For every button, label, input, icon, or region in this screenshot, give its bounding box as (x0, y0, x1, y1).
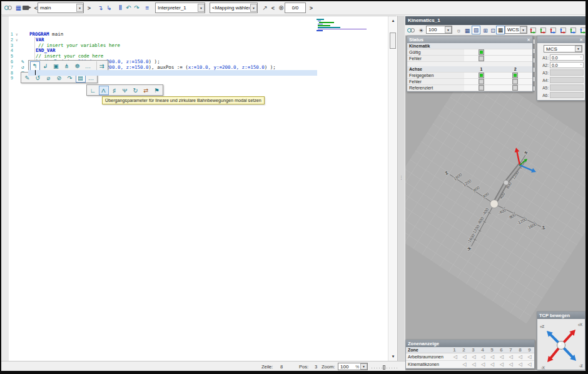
view-xz[interactable] (549, 26, 557, 34)
axis-panel-titlebar[interactable]: ✕ (537, 36, 585, 43)
axis-value-field[interactable]: 0.0° (550, 62, 584, 68)
chevron-down-icon[interactable]: ▼ (360, 363, 367, 370)
grid-toggle-icon[interactable]: ▦ (496, 26, 505, 34)
step-return-icon[interactable]: ↷ (132, 3, 141, 13)
scrollbar-thumb[interactable] (390, 33, 396, 49)
code-minimap[interactable] (317, 19, 374, 32)
gear-icon[interactable]: ☸ (73, 61, 83, 71)
chevron-down-icon[interactable]: ▼ (198, 4, 205, 12)
zone-toggle-icon[interactable]: ◁ (460, 361, 469, 367)
joint-icon[interactable]: ⋔ (62, 61, 72, 71)
axis-value-field[interactable]: 0.0° (550, 54, 584, 61)
zone-toggle-icon[interactable]: ◁ (479, 354, 488, 360)
zone-toggle-icon[interactable]: ◁ (469, 361, 479, 367)
chevron-down-icon[interactable]: ▼ (445, 26, 452, 33)
zoom-select[interactable]: 100 ▼ (426, 26, 452, 34)
zone-toggle-icon[interactable]: ◁ (497, 361, 507, 367)
camera-icon[interactable] (23, 3, 29, 13)
tcp-panel-titlebar[interactable]: TCP bewegen (537, 312, 585, 319)
zone-toggle-icon[interactable]: ◁ (515, 361, 525, 367)
fold-toggle-icon[interactable]: ∨ (16, 37, 18, 43)
tcp-jog-control[interactable]: +X+Z-X-Z (537, 319, 585, 370)
editor-vertical-scrollbar[interactable]: ▲ ▼ (388, 16, 397, 361)
mapping-select[interactable]: <Mapping wählen> ▼ (210, 3, 258, 13)
status-panel-titlebar[interactable]: Status ✕ (407, 36, 532, 43)
zone-toggle-icon[interactable]: ◁ (515, 354, 525, 360)
scroll-up-icon[interactable]: ▲ (388, 17, 398, 25)
coordinate-system-select[interactable]: WCS ▼ (505, 26, 527, 34)
program-select[interactable]: main ▼ (38, 3, 84, 13)
zone-toggle-icon[interactable]: ◁ (506, 361, 515, 367)
zoom-select[interactable]: 100 % ▼ (338, 363, 368, 370)
code-line[interactable]: 5// insert your code here (2, 53, 397, 59)
corner-icon[interactable]: ↲ (41, 61, 51, 71)
tcp-jog-arrow--Z[interactable]: -Z (561, 345, 583, 368)
render-mode-icon[interactable]: ▦ (463, 26, 472, 35)
zone-toggle-icon[interactable]: ◁ (479, 361, 488, 367)
fold-toggle-icon[interactable]: ∨ (16, 31, 18, 37)
vertical-splitter[interactable]: ⋮⋮ (397, 16, 405, 361)
nav-forward-button[interactable]: > (85, 3, 93, 13)
tcp-jog-arrow-+X[interactable]: +X (561, 323, 582, 345)
flag-icon[interactable]: ⚑ (152, 86, 162, 95)
search-counter[interactable]: 0/0 (285, 3, 306, 13)
view-xy[interactable] (529, 26, 537, 34)
step-into-icon[interactable]: ↴ (96, 3, 105, 13)
zoom-slider[interactable] (372, 365, 398, 369)
chevron-down-icon[interactable]: ▼ (520, 26, 527, 33)
external-link-icon[interactable]: ↗ (260, 3, 270, 13)
circular-move-icon[interactable]: ↺ (19, 64, 27, 70)
chevron-down-icon[interactable]: ▼ (76, 4, 83, 12)
breakpoints-icon[interactable]: ▦ (14, 3, 23, 13)
code-editor[interactable]: 1∨PROGRAM main2∨VAR3// insert your varia… (2, 16, 397, 361)
code-line[interactable]: 2∨VAR (2, 37, 397, 43)
mcs-select[interactable]: MCS ▼ (544, 45, 582, 53)
zoom-slider-thumb[interactable] (383, 365, 385, 370)
close-icon[interactable]: ✕ (527, 36, 530, 43)
transition-icon[interactable]: ↰ (30, 61, 40, 71)
zone-toggle-icon[interactable]: ◁ (497, 354, 507, 360)
swap-icon[interactable]: ⇄ (141, 86, 151, 95)
interpreter-select[interactable]: Interpreter_1 ▼ (155, 3, 205, 13)
tcp-jog-arrow-+Z[interactable]: +Z (540, 325, 561, 345)
code-line[interactable]: 4END_VAR (2, 48, 397, 53)
rotation-icon[interactable]: ↻ (131, 86, 141, 95)
zone-toggle-icon[interactable]: ◁ (525, 354, 534, 360)
code-line[interactable]: 3// insert your variables here (2, 43, 397, 48)
connect-icon[interactable] (4, 3, 13, 13)
parameters-icon[interactable]: ♯ (109, 86, 119, 95)
mapping-icon[interactable]: ⇉ (96, 61, 106, 71)
more-icon[interactable]: … (83, 61, 93, 71)
scroll-down-icon[interactable]: ▼ (388, 353, 398, 361)
close-icon[interactable]: ✕ (579, 36, 583, 43)
structure-list-icon[interactable]: ≡ (143, 3, 152, 13)
view-yx[interactable] (539, 26, 547, 34)
chevron-down-icon[interactable]: ▼ (575, 46, 582, 52)
step-out-icon[interactable]: ↳ (104, 3, 114, 13)
zone-toggle-icon[interactable]: ◁ (488, 354, 497, 360)
render-mode-solid-icon[interactable]: ▧ (472, 26, 480, 34)
view-yz[interactable] (569, 26, 577, 34)
brightness-icon[interactable]: ☼ (454, 26, 463, 35)
blend-transition-icon[interactable]: Λ (99, 86, 109, 95)
kinematics-panel-title[interactable]: Kinematics_1 (405, 16, 585, 25)
zone-toggle-icon[interactable]: ◁ (460, 354, 469, 360)
zone-panel-titlebar[interactable]: Zonenanzeige (406, 340, 534, 347)
zone-toggle-icon[interactable]: ◁ (488, 361, 497, 367)
zone-toggle-icon[interactable]: ◁ (506, 354, 515, 360)
overflow-icon[interactable]: ▸ (582, 26, 585, 35)
solid-icon[interactable]: ▣ (51, 61, 61, 71)
view-zx[interactable] (559, 26, 567, 34)
zone-toggle-icon[interactable]: ◁ (450, 354, 460, 360)
connect-icon[interactable] (407, 26, 415, 35)
zone-toggle-icon[interactable]: ◁ (469, 354, 479, 360)
tcp-jog-arrow--X[interactable]: -X (541, 345, 561, 370)
tool-icon[interactable]: Ψ (120, 86, 130, 95)
linear-move-icon[interactable]: ✎ (19, 59, 27, 64)
corner-transition-icon[interactable]: ∟ (88, 86, 98, 95)
chevron-down-icon[interactable]: ▼ (250, 4, 257, 12)
search-next-button[interactable]: > (307, 3, 315, 13)
code-line[interactable]: 1∨PROGRAM main (2, 31, 397, 37)
light-icon[interactable]: ☀ (417, 26, 425, 35)
zone-toggle-icon[interactable]: ◁ (525, 361, 534, 367)
